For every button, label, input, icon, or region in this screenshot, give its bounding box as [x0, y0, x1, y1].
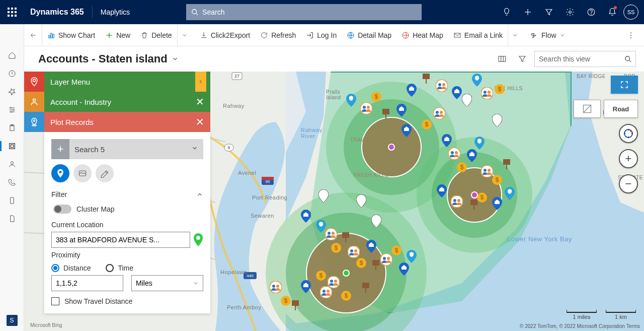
edit-columns-icon[interactable]: [494, 51, 510, 67]
filter-view-icon[interactable]: [514, 51, 530, 67]
show-travel-checkbox[interactable]: [51, 297, 59, 305]
rail-contact-icon[interactable]: [0, 155, 24, 173]
by-location-mode[interactable]: [51, 164, 69, 182]
map-pin-house[interactable]: [366, 240, 376, 253]
delete-dropdown[interactable]: [177, 24, 195, 46]
rail-clipboard-icon[interactable]: [0, 119, 24, 137]
show-chart-button[interactable]: Show Chart: [42, 24, 100, 46]
map-copyright[interactable]: © 2022 TomTom, © 2022 Microsoft Corporat…: [520, 323, 640, 329]
map-pin-people[interactable]: [325, 228, 337, 240]
view-search-input[interactable]: Search this view: [534, 51, 636, 67]
map-pin-coin[interactable]: $: [477, 192, 487, 203]
help-icon[interactable]: [581, 0, 602, 24]
map-pin-people[interactable]: [270, 281, 282, 293]
add-icon[interactable]: [517, 0, 538, 24]
map-pin-house[interactable]: [437, 184, 447, 197]
map-pin-shield[interactable]: [346, 94, 356, 107]
map-pin-shield[interactable]: [316, 220, 326, 233]
layer-menu-header[interactable]: Layer Menu: [44, 72, 210, 92]
current-location-pin[interactable]: [343, 270, 350, 277]
filter-toggle[interactable]: Filter: [51, 188, 203, 201]
map-pin-coin[interactable]: $: [356, 258, 366, 268]
map-pin-shield[interactable]: [407, 250, 417, 263]
time-radio[interactable]: Time: [106, 264, 133, 272]
login-button[interactable]: Log In: [301, 24, 342, 46]
cluster-map-toggle[interactable]: [53, 205, 71, 214]
back-button[interactable]: [24, 24, 42, 46]
map-pin-house[interactable]: [407, 84, 417, 97]
map-pin-coin[interactable]: $: [371, 92, 381, 102]
map-pin-people[interactable]: [320, 286, 332, 298]
map-pin-coin[interactable]: $: [341, 291, 351, 301]
map-pin-people[interactable]: [348, 246, 360, 258]
map-pin-flag[interactable]: [291, 300, 301, 313]
new-button[interactable]: New: [100, 24, 135, 46]
map-pin-house[interactable]: [399, 262, 409, 276]
map-pin-people[interactable]: [481, 87, 493, 99]
view-title-dropdown[interactable]: Accounts - Staten island: [38, 52, 179, 65]
zoom-out-button[interactable]: −: [619, 174, 638, 193]
map-pin-people[interactable]: [380, 253, 392, 266]
map-pin-coin[interactable]: $: [495, 84, 505, 94]
map-pin-flag[interactable]: [502, 159, 512, 172]
map-pin-house[interactable]: [396, 104, 407, 117]
app-name[interactable]: Maplytics: [95, 8, 136, 16]
layer-tab-plot[interactable]: [24, 112, 44, 132]
detail-map-button[interactable]: Detail Map: [342, 24, 396, 46]
rail-home-icon[interactable]: [0, 46, 24, 64]
heat-map-button[interactable]: Heat Map: [396, 24, 448, 46]
unit-select[interactable]: Miles: [131, 275, 203, 291]
flow-button[interactable]: Flow: [525, 24, 574, 46]
fullscreen-button[interactable]: [611, 76, 638, 94]
map-pin-white[interactable]: [356, 194, 366, 208]
category-row[interactable]: Account - Industry✕: [44, 92, 210, 112]
map-pin-flag[interactable]: [422, 74, 432, 87]
add-search-button[interactable]: +: [51, 139, 69, 159]
delete-button[interactable]: Delete: [135, 24, 177, 46]
map-pin-flag[interactable]: [381, 109, 391, 122]
map-pin-coin[interactable]: $: [492, 175, 502, 185]
map-pin-coin[interactable]: $: [331, 243, 341, 253]
map-pin-flag[interactable]: [371, 260, 381, 273]
map-pin-coin[interactable]: $: [457, 162, 467, 172]
filter-icon[interactable]: [538, 0, 559, 24]
map-pin-people[interactable]: [448, 148, 460, 160]
map-pin-house[interactable]: [467, 149, 477, 162]
map-pin-house[interactable]: [301, 210, 311, 223]
map-pin-coin[interactable]: $: [391, 245, 401, 255]
layer-tab-layers[interactable]: [24, 72, 44, 92]
location-pin-icon[interactable]: [193, 233, 203, 246]
rail-sliders-icon[interactable]: [0, 101, 24, 119]
notifications-icon[interactable]: [602, 0, 623, 24]
rail-device-icon[interactable]: [0, 191, 24, 210]
map-pin-flag[interactable]: [361, 283, 371, 296]
distance-input[interactable]: 1,1.5,2: [51, 275, 123, 291]
close-icon[interactable]: ✕: [196, 96, 204, 108]
app-launcher[interactable]: [0, 0, 24, 24]
map-pin-people[interactable]: [436, 80, 448, 92]
map-pin-house[interactable]: [452, 86, 462, 99]
map-pin-white[interactable]: [462, 94, 472, 107]
map-pin-white[interactable]: [318, 189, 329, 203]
map-pin-house[interactable]: [492, 197, 502, 210]
by-region-mode[interactable]: [73, 164, 92, 182]
rail-doc-icon[interactable]: [0, 210, 24, 228]
distance-radio[interactable]: Distance: [51, 264, 91, 272]
email-dropdown[interactable]: [508, 24, 525, 46]
settings-icon[interactable]: [559, 0, 581, 24]
map-pin-coin[interactable]: $: [281, 296, 291, 306]
global-search[interactable]: Search: [186, 4, 422, 20]
map-pin-house[interactable]: [301, 280, 311, 293]
map-pin-shield[interactable]: [474, 137, 485, 150]
map-pin-people[interactable]: [433, 107, 445, 119]
more-commands[interactable]: [623, 31, 639, 39]
zoom-in-button[interactable]: +: [619, 149, 638, 168]
map-pin-coin[interactable]: $: [316, 271, 326, 281]
road-toggle[interactable]: Road: [604, 100, 638, 118]
aerial-toggle[interactable]: [574, 100, 601, 118]
map-pin-people[interactable]: [451, 195, 463, 208]
rail-phone-icon[interactable]: [0, 173, 24, 191]
map-pin-shield[interactable]: [505, 187, 515, 200]
rail-s-badge[interactable]: S: [7, 315, 18, 326]
current-location-input[interactable]: 383 at BRADFORD AVENUE S...: [51, 232, 190, 248]
